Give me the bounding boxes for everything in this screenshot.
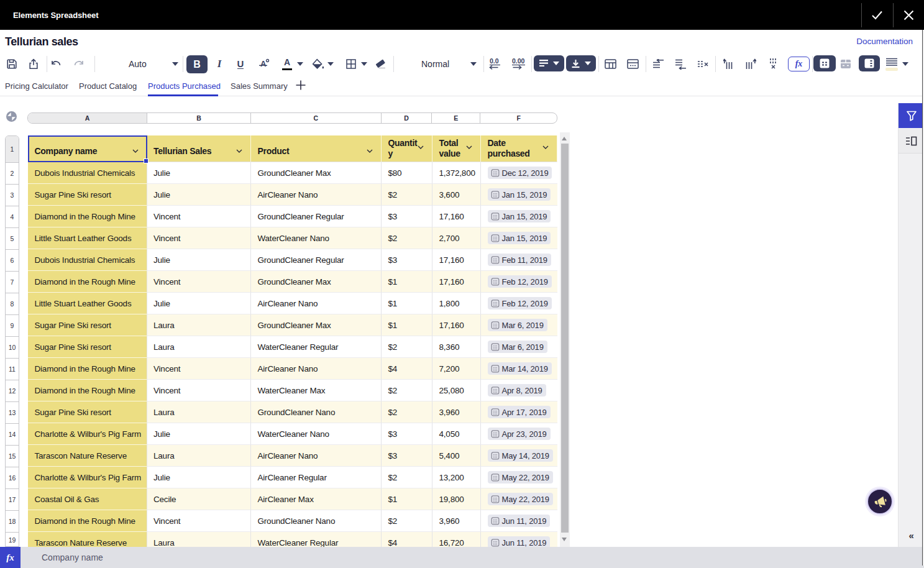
svg-text:A: A [260,59,267,68]
svg-text:0.0: 0.0 [490,57,499,65]
svg-text:0.00: 0.00 [512,57,525,65]
